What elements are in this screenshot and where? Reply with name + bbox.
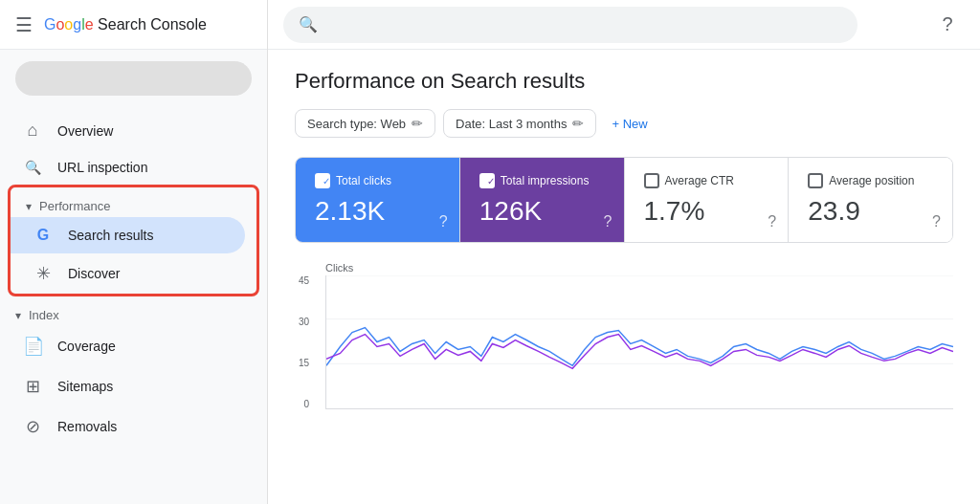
checkbox-icon: ✓ xyxy=(479,173,495,188)
checkbox-icon xyxy=(808,173,823,188)
help-circle-icon[interactable]: ? xyxy=(932,213,941,230)
sidebar-item-label: Removals xyxy=(57,419,117,434)
main-content: 🔍 ? Performance on Search results Search… xyxy=(268,0,980,504)
chart-wrapper: Clicks 45 30 15 0 xyxy=(325,262,953,409)
performance-section-header[interactable]: ▾ Performance xyxy=(11,187,256,217)
metric-card-average-ctr[interactable]: Average CTR 1.7% ? xyxy=(625,158,790,242)
chart-container xyxy=(325,275,953,409)
sidebar-item-sitemaps[interactable]: ⊞ Sitemaps xyxy=(0,366,256,406)
performance-section-highlight: ▾ Performance G Search results ✳ Discove… xyxy=(8,185,259,296)
help-circle-icon[interactable]: ? xyxy=(768,213,776,230)
edit-icon: ✏ xyxy=(412,116,423,131)
sidebar-item-url-inspection[interactable]: 🔍 URL inspection xyxy=(0,150,256,185)
index-section-label: Index xyxy=(29,308,59,322)
app-logo: Google Search Console xyxy=(44,16,207,33)
chart-y-zero: 0 xyxy=(299,399,309,409)
sidebar-item-removals[interactable]: ⊘ Removals xyxy=(0,406,256,447)
metric-value-total-impressions: 126K xyxy=(479,196,605,227)
coverage-icon: 📄 xyxy=(23,336,42,357)
checkbox-icon: ✓ xyxy=(315,173,330,188)
sidebar-item-label: Coverage xyxy=(57,339,116,354)
filter-bar: Search type: Web ✏ Date: Last 3 months ✏… xyxy=(295,109,953,138)
metric-value-average-ctr: 1.7% xyxy=(644,196,769,227)
page-title: Performance on Search results xyxy=(295,69,953,94)
chart-area: Clicks 45 30 15 0 xyxy=(295,262,953,419)
metric-card-average-position[interactable]: Average position 23.9 ? xyxy=(789,158,952,242)
metric-cards: ✓ Total clicks 2.13K ? ✓ Total impressio… xyxy=(295,157,953,243)
metric-label: Average position xyxy=(808,173,933,188)
hamburger-icon[interactable]: ☰ xyxy=(15,13,33,36)
help-icon[interactable]: ? xyxy=(930,8,965,42)
metric-label: ✓ Total impressions xyxy=(479,173,605,188)
search-bar[interactable]: 🔍 xyxy=(283,7,858,43)
performance-section-label: Performance xyxy=(39,199,110,213)
chevron-icon: ▾ xyxy=(26,200,32,213)
sidebar-nav: ⌂ Overview 🔍 URL inspection ▾ Performanc… xyxy=(0,107,267,450)
new-filter-button[interactable]: + New xyxy=(604,111,655,137)
search-type-label: Search type: Web xyxy=(307,117,406,131)
google-g-icon: G xyxy=(33,227,53,244)
chart-y-low: 15 xyxy=(299,358,309,368)
search-icon: 🔍 xyxy=(299,15,318,33)
checkbox-icon xyxy=(644,173,659,188)
help-circle-icon[interactable]: ? xyxy=(604,213,612,230)
index-section-header[interactable]: ▾ Index xyxy=(0,296,267,326)
sidebar: ☰ Google Search Console ⌂ Overview 🔍 URL… xyxy=(0,0,268,504)
sidebar-header: ☰ Google Search Console xyxy=(0,0,267,50)
search-icon: 🔍 xyxy=(23,160,42,175)
metric-label: Average CTR xyxy=(644,173,769,188)
top-bar: 🔍 ? xyxy=(268,0,980,50)
metric-value-total-clicks: 2.13K xyxy=(315,196,440,227)
edit-icon: ✏ xyxy=(572,116,584,131)
page-content: Performance on Search results Search typ… xyxy=(268,50,980,504)
sitemaps-icon: ⊞ xyxy=(23,376,42,397)
sidebar-item-label: Sitemaps xyxy=(57,379,113,394)
metric-label: ✓ Total clicks xyxy=(315,173,440,188)
chart-svg xyxy=(326,275,953,408)
sidebar-item-label: URL inspection xyxy=(57,160,147,175)
metric-card-total-clicks[interactable]: ✓ Total clicks 2.13K ? xyxy=(296,158,460,242)
home-icon: ⌂ xyxy=(23,121,42,141)
removals-icon: ⊘ xyxy=(23,416,42,437)
sidebar-item-overview[interactable]: ⌂ Overview xyxy=(0,111,256,150)
chart-y-max: 45 xyxy=(299,275,309,286)
sidebar-item-label: Search results xyxy=(68,228,153,243)
search-input[interactable] xyxy=(327,17,842,33)
metric-card-total-impressions[interactable]: ✓ Total impressions 126K ? xyxy=(460,158,625,242)
date-label: Date: Last 3 months xyxy=(456,117,567,131)
date-filter[interactable]: Date: Last 3 months ✏ xyxy=(443,109,596,138)
domain-selector[interactable] xyxy=(15,61,252,96)
metric-value-average-position: 23.9 xyxy=(808,196,933,227)
discover-icon: ✳ xyxy=(33,263,53,284)
chevron-icon: ▾ xyxy=(15,309,21,322)
help-circle-icon[interactable]: ? xyxy=(439,213,448,230)
chart-y-mid: 30 xyxy=(299,317,309,327)
sidebar-item-label: Discover xyxy=(68,266,120,281)
chart-y-label: Clicks xyxy=(325,262,953,274)
chart-y-labels: 45 30 15 0 xyxy=(299,275,309,409)
new-filter-label: + New xyxy=(612,117,647,131)
search-type-filter[interactable]: Search type: Web ✏ xyxy=(295,109,435,138)
sidebar-item-coverage[interactable]: 📄 Coverage xyxy=(0,326,256,366)
sidebar-item-discover[interactable]: ✳ Discover xyxy=(11,253,245,294)
sidebar-item-search-results[interactable]: G Search results xyxy=(11,217,245,253)
sidebar-item-label: Overview xyxy=(57,123,113,139)
